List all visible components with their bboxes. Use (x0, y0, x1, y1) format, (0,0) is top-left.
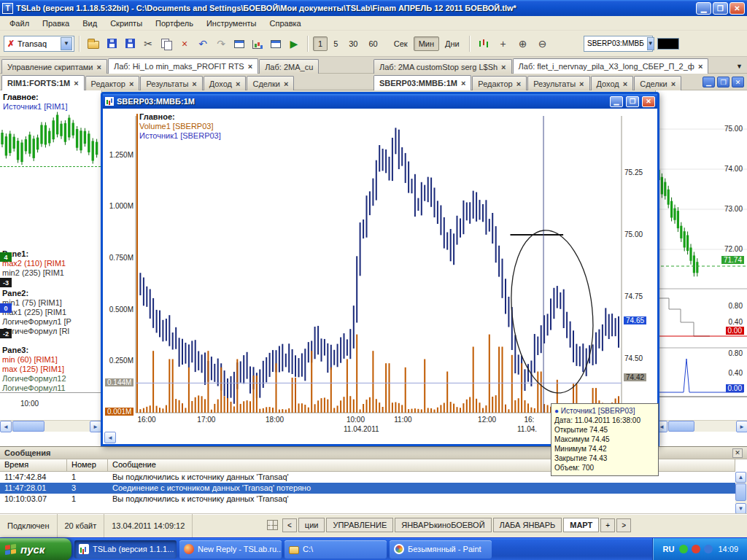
tab-close-icon[interactable]: × (461, 79, 465, 88)
mdi-minimize-button[interactable]: ▁ (703, 77, 715, 88)
redo-icon[interactable]: ↷ (212, 35, 230, 52)
scrollbar-thumb[interactable] (12, 421, 44, 432)
tab-overflow-icon[interactable]: ▼ (736, 63, 743, 70)
menu-item-Правка[interactable]: Правка (36, 18, 76, 29)
scrollbar-thumb[interactable] (668, 421, 694, 432)
undo-icon[interactable]: ↶ (194, 35, 212, 52)
taskbar-task-C:\[interactable]: C:\ (285, 540, 387, 559)
tab-Управление скриптами[interactable]: Управление скриптами× (1, 59, 107, 74)
page-tab-ЛАБА ЯНВАРЬ[interactable]: ЛАБА ЯНВАРЬ (493, 518, 562, 532)
taskbar-task-TSLab (версия 1.1.1...[interactable]: TSLab (версия 1.1.1... (74, 540, 177, 559)
save-all-icon[interactable] (121, 35, 139, 52)
symbol-combo[interactable]: SBERP03:ММВБ ▼ (584, 36, 653, 52)
tab-close-icon[interactable]: × (284, 79, 288, 88)
crosshair-icon[interactable]: + (495, 35, 512, 52)
minimize-button[interactable]: ▁ (696, 2, 711, 15)
language-indicator[interactable]: RU (663, 545, 675, 553)
pages-add-button[interactable]: + (600, 518, 615, 532)
cut-icon[interactable]: ✂ (139, 35, 157, 52)
page-tab-МАРТ[interactable]: МАРТ (563, 518, 599, 532)
page-tab-УПРАВЛЕНИЕ[interactable]: УПРАВЛЕНИЕ (326, 518, 393, 532)
connection-ok-icon[interactable] (679, 545, 688, 553)
dropdown-arrow-icon[interactable]: ▼ (61, 37, 72, 50)
copy-icon[interactable] (158, 35, 175, 52)
window-icon[interactable] (267, 35, 285, 52)
scroll-down-icon[interactable]: ▼ (735, 503, 746, 514)
taskbar-task-Безымянный - Paint[interactable]: Безымянный - Paint (390, 540, 492, 559)
tab-close-icon[interactable]: × (192, 79, 196, 88)
save-icon[interactable] (103, 35, 120, 52)
tab-Лаб: Hi_Lo min_maks_PROFIT RTS[interactable]: Лаб: Hi_Lo min_maks_PROFIT RTS× (108, 58, 258, 74)
chart-minimize-button[interactable]: ▁ (610, 96, 623, 107)
right-horizontal-scrollbar[interactable]: ◄ ► (656, 420, 747, 432)
messages-close-icon[interactable]: ✕ (732, 448, 743, 458)
interval-button-5[interactable]: 5 (328, 36, 343, 51)
tab-close-icon[interactable]: × (129, 79, 133, 88)
left-horizontal-scrollbar[interactable]: ◄ ► (0, 420, 101, 432)
tab-Редактор[interactable]: Редактор× (85, 76, 140, 90)
tab-Редактор[interactable]: Редактор× (472, 76, 527, 90)
color-swatch[interactable] (657, 38, 679, 50)
chart-close-button[interactable]: ✕ (642, 96, 655, 107)
menu-item-Инструменты[interactable]: Инструменты (200, 18, 263, 29)
taskbar-task-New Reply - TSLab.ru...[interactable]: New Reply - TSLab.ru... (179, 540, 282, 559)
tab-Лаб: flet_i_nervnay_pila_X3_long_СБЕР_П_2_ф[interactable]: Лаб: flet_i_nervnay_pila_X3_long_СБЕР_П_… (513, 58, 709, 74)
mdi-restore-button[interactable]: ❒ (717, 77, 729, 88)
close-button[interactable]: ✕ (729, 2, 745, 15)
scrollbar-thumb[interactable] (735, 483, 746, 501)
tab-RIM1:FORTS:1M[interactable]: RIM1:FORTS:1M× (1, 75, 85, 90)
tab-close-icon[interactable]: × (96, 63, 101, 71)
chart-window-title-bar[interactable]: SBERP03:ММВБ:1M ▁ ❒ ✕ (103, 94, 657, 109)
menu-item-Портфель[interactable]: Портфель (149, 18, 200, 29)
messages-vertical-scrollbar[interactable]: ▲ ▼ (735, 472, 747, 514)
interval-button-60[interactable]: 60 (364, 36, 383, 51)
message-row[interactable]: 11:47:28.013Соединение с источником данн… (0, 483, 735, 494)
unit-button-Мин[interactable]: Мин (414, 36, 439, 51)
tab-Лаб: 2MA customStop serg L$Sh[interactable]: Лаб: 2MA customStop serg L$Sh× (374, 59, 512, 74)
maximize-button[interactable]: ❒ (713, 2, 728, 15)
menu-item-Файл[interactable]: Файл (3, 18, 36, 29)
pages-next-button[interactable]: > (616, 518, 631, 532)
tab-close-icon[interactable]: × (698, 62, 703, 71)
scroll-up-icon[interactable]: ▲ (735, 472, 746, 483)
chart-scroll-left-icon[interactable]: ◄ (104, 432, 116, 443)
page-tab-ЯНВАРЬкиноБОЕВОЙ[interactable]: ЯНВАРЬкиноБОЕВОЙ (395, 518, 491, 532)
tab-Результаты[interactable]: Результаты× (527, 76, 589, 90)
scroll-right-icon[interactable]: ► (90, 421, 101, 432)
candles-icon[interactable] (475, 35, 492, 52)
menu-item-Справка[interactable]: Справка (263, 18, 308, 29)
tab-close-icon[interactable]: × (623, 79, 627, 88)
page-tab-ции[interactable]: ции (298, 518, 325, 532)
zoom-in-icon[interactable]: ⊕ (514, 35, 532, 52)
tab-close-icon[interactable]: × (248, 62, 252, 71)
tab-Доход[interactable]: Доход× (204, 76, 247, 90)
page-grid-icon[interactable] (267, 520, 278, 530)
unit-button-Дни[interactable]: Дни (440, 36, 465, 51)
tab-SBERP03:ММВБ:1M[interactable]: SBERP03:ММВБ:1M× (374, 75, 471, 90)
tab-Доход[interactable]: Доход× (591, 76, 634, 90)
app-icon[interactable] (704, 545, 713, 553)
tab-Сделки[interactable]: Сделки× (247, 76, 294, 90)
export-icon[interactable] (231, 35, 248, 52)
dropdown-arrow-icon[interactable]: ▼ (647, 37, 654, 50)
chart-maximize-button[interactable]: ❒ (626, 96, 639, 107)
report-icon[interactable] (249, 35, 266, 52)
column-header-Время[interactable]: Время (0, 459, 67, 472)
tab-close-icon[interactable]: × (236, 79, 240, 88)
menu-item-Скрипты[interactable]: Скрипты (104, 18, 149, 29)
column-header-Номер[interactable]: Номер (67, 459, 108, 472)
open-folder-icon[interactable] (85, 35, 102, 52)
interval-button-1[interactable]: 1 (313, 36, 328, 51)
message-row[interactable]: 10:10:03.071Вы подключились к источнику … (0, 494, 735, 505)
alert-icon[interactable] (692, 545, 700, 553)
delete-icon[interactable]: × (176, 35, 193, 52)
tab-close-icon[interactable]: × (671, 79, 676, 88)
tab-close-icon[interactable]: × (74, 79, 78, 88)
menu-item-Вид[interactable]: Вид (76, 18, 104, 29)
pages-prev-button[interactable]: < (282, 518, 297, 532)
interval-button-30[interactable]: 30 (344, 36, 363, 51)
scroll-right-icon[interactable]: ► (736, 421, 747, 432)
tab-Результаты[interactable]: Результаты× (140, 76, 202, 90)
chart-window-sberp03[interactable]: SBERP03:ММВБ:1M ▁ ❒ ✕ Главное: Volume1 [… (101, 92, 659, 446)
tab-close-icon[interactable]: × (516, 79, 521, 88)
